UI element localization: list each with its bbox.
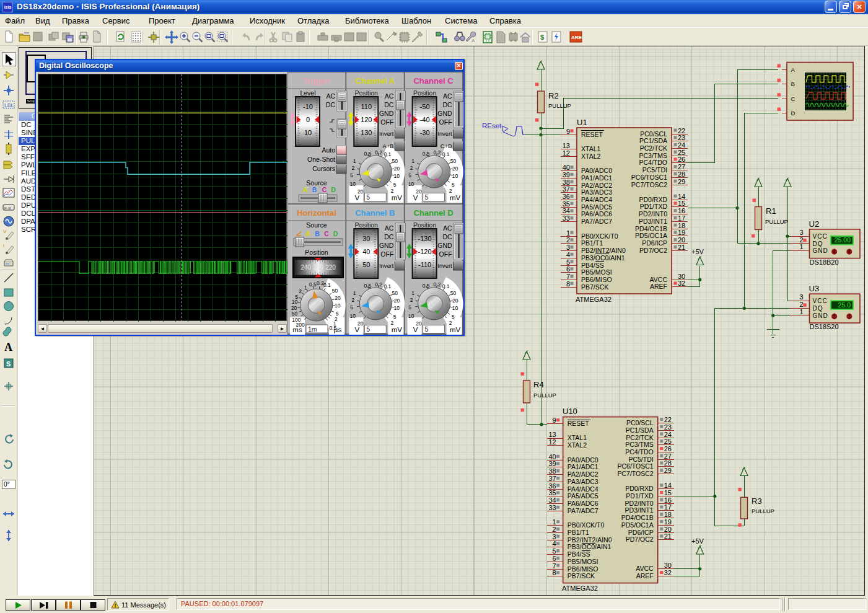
svg-text:0.1: 0.1	[442, 151, 450, 157]
svg-text:PB4/SS: PB4/SS	[581, 261, 604, 268]
svg-text:5: 5	[366, 193, 370, 201]
svg-text:PC1/SDA: PC1/SDA	[639, 137, 667, 144]
svg-text:-130: -130	[418, 235, 432, 242]
svg-text:OFF: OFF	[439, 118, 452, 126]
svg-text:10: 10	[349, 313, 356, 319]
svg-text:A: A	[305, 230, 310, 237]
svg-text:V: V	[413, 326, 418, 333]
svg-text:0.5: 0.5	[364, 283, 371, 289]
svg-text:20: 20	[678, 236, 685, 244]
svg-text:GND: GND	[437, 242, 452, 249]
svg-text:Channel C: Channel C	[413, 76, 454, 86]
svg-text:8: 8	[566, 280, 569, 287]
svg-text:V: V	[3, 229, 7, 234]
svg-text:A: A	[471, 38, 475, 43]
svg-text:PD7/OC2: PD7/OC2	[639, 246, 667, 254]
svg-text:0.1: 0.1	[323, 282, 331, 288]
svg-text:21: 21	[678, 243, 685, 250]
svg-text:ARES: ARES	[571, 35, 583, 40]
svg-text:PA3/ADC3: PA3/ADC3	[581, 188, 612, 196]
svg-text:20: 20	[394, 165, 400, 172]
svg-text:22: 22	[678, 126, 685, 134]
svg-text:Source: Source	[306, 221, 327, 229]
svg-text:GND: GND	[379, 110, 394, 117]
svg-text:5: 5	[350, 304, 353, 311]
svg-text:R2: R2	[548, 91, 559, 100]
svg-text:U3: U3	[809, 284, 819, 293]
svg-text:0.1: 0.1	[384, 151, 391, 157]
svg-text:23: 23	[678, 134, 685, 141]
svg-text:Channel D: Channel D	[413, 208, 453, 218]
svg-text:120: 120	[361, 116, 372, 123]
svg-text:3: 3	[799, 229, 803, 236]
svg-text:PC6/TOSC1: PC6/TOSC1	[631, 173, 667, 180]
svg-text:9: 9	[566, 127, 569, 135]
svg-text:20: 20	[452, 298, 458, 304]
svg-text:25.00: 25.00	[834, 236, 850, 244]
svg-text:PC4/TDO: PC4/TDO	[639, 159, 667, 166]
svg-text:10: 10	[408, 313, 414, 319]
svg-text:0.5: 0.5	[423, 151, 430, 157]
svg-text:B: B	[315, 230, 320, 237]
svg-text:29: 29	[678, 177, 685, 185]
svg-text:Position: Position	[413, 221, 437, 229]
svg-text:130: 130	[361, 129, 372, 136]
svg-text:PD3/INT1: PD3/INT1	[638, 217, 667, 224]
svg-text:2: 2	[449, 320, 452, 326]
svg-text:$: $	[540, 33, 544, 41]
svg-text:PD1/TXD: PD1/TXD	[639, 203, 667, 210]
svg-text:7: 7	[566, 272, 569, 280]
svg-text:AC: AC	[326, 92, 335, 100]
svg-text:5: 5	[393, 314, 397, 320]
svg-text:DC: DC	[384, 233, 394, 240]
svg-text:mV: mV	[450, 326, 461, 333]
svg-text:A: A	[303, 186, 308, 193]
svg-text:30: 30	[362, 235, 370, 242]
svg-text:PD4/OC1B: PD4/OC1B	[635, 224, 667, 232]
svg-text:PD0/RXD: PD0/RXD	[639, 195, 667, 203]
svg-text:OFF: OFF	[439, 250, 452, 258]
svg-text:2: 2	[799, 301, 803, 308]
svg-text:Position: Position	[305, 249, 328, 256]
svg-text:C+D: C+D	[441, 143, 452, 149]
svg-text:39: 39	[562, 170, 569, 178]
svg-text:12: 12	[562, 149, 569, 156]
svg-text:PB0/XCK/T0: PB0/XCK/T0	[581, 232, 618, 239]
svg-text:3: 3	[799, 293, 803, 301]
svg-text:10: 10	[452, 305, 458, 311]
svg-text:R1: R1	[766, 206, 776, 216]
svg-text:0.1: 0.1	[384, 283, 391, 289]
svg-text:20: 20	[394, 298, 400, 304]
svg-text:+5V: +5V	[691, 248, 704, 255]
svg-text:-30: -30	[420, 129, 430, 136]
svg-text:PD2/INT0: PD2/INT0	[638, 210, 667, 218]
svg-text:240: 240	[300, 264, 311, 271]
svg-text:V: V	[413, 194, 418, 201]
svg-text:50: 50	[362, 261, 370, 268]
svg-text:0: 0	[306, 116, 310, 123]
svg-text:1: 1	[411, 290, 414, 296]
svg-text:DQ: DQ	[812, 240, 823, 247]
svg-text:34: 34	[562, 207, 569, 214]
svg-text:Position: Position	[355, 221, 379, 229]
svg-text:VCC: VCC	[812, 232, 827, 239]
svg-text:ATMEGA32: ATMEGA32	[576, 296, 612, 303]
svg-text:C: C	[791, 95, 795, 102]
svg-text:220: 220	[325, 264, 336, 271]
svg-text:Invert: Invert	[437, 131, 452, 137]
svg-text:2: 2	[410, 297, 413, 303]
svg-text:D: D	[791, 109, 795, 116]
svg-text:5: 5	[366, 325, 370, 333]
svg-text:50: 50	[450, 158, 457, 164]
svg-text:PA7/ADC7: PA7/ADC7	[581, 218, 612, 225]
svg-text:ms: ms	[292, 326, 302, 333]
svg-text:AC: AC	[385, 92, 394, 100]
svg-text:XTAL2: XTAL2	[581, 152, 600, 159]
svg-text:PB2/INT2/AIN0: PB2/INT2/AIN0	[581, 247, 626, 254]
svg-text:PA6/ADC6: PA6/ADC6	[581, 210, 612, 218]
svg-text:DQ: DQ	[812, 304, 823, 311]
svg-text:GND: GND	[437, 110, 452, 117]
svg-text:VCC: VCC	[812, 298, 827, 304]
svg-text:GND: GND	[812, 247, 828, 254]
svg-text:17: 17	[678, 214, 685, 221]
